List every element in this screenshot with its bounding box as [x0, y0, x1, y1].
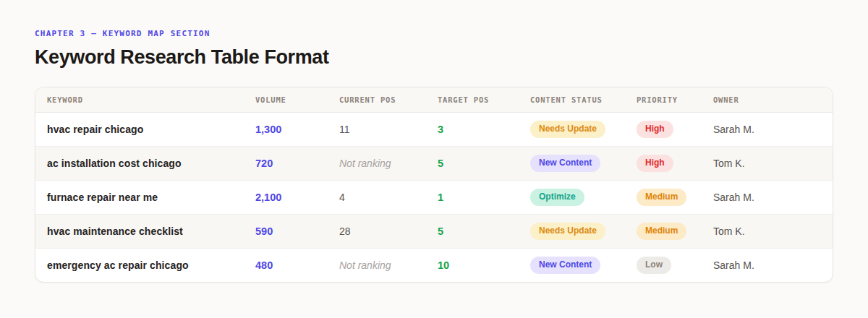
- priority-badge: Medium: [637, 223, 686, 240]
- volume-value: 480: [255, 259, 273, 271]
- target-pos-value: 3: [438, 124, 443, 135]
- priority-badge: High: [637, 121, 673, 138]
- content-status-badge: Needs Update: [530, 121, 605, 138]
- table-row: emergency ac repair chicago 480 Not rank…: [35, 248, 833, 282]
- current-pos-value: Not ranking: [339, 158, 391, 169]
- current-pos-value: 4: [339, 192, 345, 203]
- owner-cell: Tom K.: [713, 146, 833, 180]
- content-status-badge: Optimize: [530, 189, 584, 206]
- target-pos-cell: 5: [438, 146, 530, 180]
- target-pos-value: 5: [438, 158, 443, 169]
- keyword-text: hvac repair chicago: [47, 124, 143, 135]
- keyword-text: hvac maintenance checklist: [47, 225, 183, 237]
- priority-cell: High: [637, 112, 713, 146]
- content-status-cell: Needs Update: [530, 214, 637, 248]
- volume-value: 720: [255, 158, 273, 169]
- column-header-priority: PRIORITY: [637, 87, 713, 112]
- content-status-badge: Needs Update: [530, 223, 605, 240]
- content-status-cell: New Content: [530, 248, 637, 282]
- target-pos-cell: 1: [438, 180, 530, 214]
- owner-text: Tom K.: [713, 158, 745, 169]
- owner-cell: Sarah M.: [713, 248, 833, 282]
- priority-cell: Medium: [637, 180, 713, 214]
- owner-text: Sarah M.: [713, 192, 754, 203]
- target-pos-cell: 3: [438, 112, 530, 146]
- volume-cell: 590: [255, 214, 339, 248]
- volume-value: 590: [255, 225, 273, 237]
- keyword-cell: hvac repair chicago: [35, 112, 255, 146]
- priority-badge: Medium: [637, 189, 686, 206]
- column-header-owner: OWNER: [713, 87, 833, 112]
- column-header-volume: VOLUME: [255, 87, 339, 112]
- content-status-cell: Needs Update: [530, 112, 637, 146]
- current-pos-value: Not ranking: [339, 259, 391, 271]
- target-pos-value: 1: [438, 192, 443, 203]
- keyword-text: furnace repair near me: [47, 192, 158, 203]
- keyword-research-table: KEYWORD VOLUME CURRENT POS TARGET POS CO…: [35, 87, 833, 282]
- table-row: furnace repair near me 2,100 4 1 Optimiz…: [35, 180, 833, 214]
- content-status-badge: New Content: [530, 155, 600, 172]
- column-header-keyword: KEYWORD: [35, 87, 255, 112]
- volume-value: 1,300: [255, 124, 281, 135]
- column-header-target-pos: TARGET POS: [438, 87, 530, 112]
- content-status-cell: New Content: [530, 146, 637, 180]
- keyword-cell: hvac maintenance checklist: [35, 214, 255, 248]
- keyword-cell: furnace repair near me: [35, 180, 255, 214]
- table-header: KEYWORD VOLUME CURRENT POS TARGET POS CO…: [35, 87, 833, 112]
- priority-badge: Low: [637, 257, 671, 274]
- content-status-badge: New Content: [530, 257, 600, 274]
- priority-cell: Low: [637, 248, 713, 282]
- priority-badge: High: [637, 155, 673, 172]
- table-row: hvac repair chicago 1,300 11 3 Needs Upd…: [35, 112, 833, 146]
- owner-text: Tom K.: [713, 225, 745, 237]
- priority-cell: High: [637, 146, 713, 180]
- current-pos-value: 28: [339, 225, 351, 237]
- column-header-content-status: CONTENT STATUS: [530, 87, 637, 112]
- owner-text: Sarah M.: [713, 124, 754, 135]
- table-row: ac installation cost chicago 720 Not ran…: [35, 146, 833, 180]
- owner-cell: Sarah M.: [713, 180, 833, 214]
- priority-cell: Medium: [637, 214, 713, 248]
- keyword-text: ac installation cost chicago: [47, 158, 182, 169]
- page-content: CHAPTER 3 — KEYWORD MAP SECTION Keyword …: [0, 0, 868, 283]
- keyword-text: emergency ac repair chicago: [47, 259, 189, 271]
- table-body: hvac repair chicago 1,300 11 3 Needs Upd…: [35, 112, 833, 282]
- current-pos-value: 11: [339, 124, 350, 135]
- volume-cell: 720: [255, 146, 339, 180]
- current-pos-cell: Not ranking: [339, 146, 438, 180]
- keyword-cell: emergency ac repair chicago: [35, 248, 255, 282]
- page-title: Keyword Research Table Format: [35, 46, 833, 68]
- keyword-cell: ac installation cost chicago: [35, 146, 255, 180]
- volume-cell: 2,100: [255, 180, 339, 214]
- current-pos-cell: 11: [339, 112, 438, 146]
- table-row: hvac maintenance checklist 590 28 5 Need…: [35, 214, 833, 248]
- owner-cell: Tom K.: [713, 214, 833, 248]
- column-header-current-pos: CURRENT POS: [339, 87, 438, 112]
- volume-cell: 480: [255, 248, 339, 282]
- current-pos-cell: Not ranking: [339, 248, 438, 282]
- volume-cell: 1,300: [255, 112, 339, 146]
- owner-cell: Sarah M.: [713, 112, 833, 146]
- owner-text: Sarah M.: [713, 259, 754, 271]
- target-pos-value: 5: [438, 225, 443, 237]
- target-pos-value: 10: [438, 259, 449, 271]
- volume-value: 2,100: [255, 192, 281, 203]
- current-pos-cell: 28: [339, 214, 438, 248]
- target-pos-cell: 10: [438, 248, 530, 282]
- keyword-research-table-card: KEYWORD VOLUME CURRENT POS TARGET POS CO…: [35, 87, 833, 283]
- content-status-cell: Optimize: [530, 180, 637, 214]
- current-pos-cell: 4: [339, 180, 438, 214]
- chapter-eyebrow: CHAPTER 3 — KEYWORD MAP SECTION: [35, 29, 833, 38]
- target-pos-cell: 5: [438, 214, 530, 248]
